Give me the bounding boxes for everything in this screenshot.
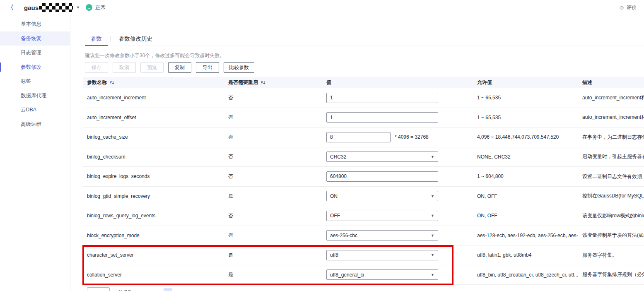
sidebar-item-标签[interactable]: 标签 [0, 74, 70, 89]
restart-required-value: 是 [228, 192, 233, 200]
allowed-values: utf8_bin, utf8_croatian_ci, utf8_czech_c… [477, 272, 578, 278]
allowed-values: 1 ~ 65,535 [477, 95, 501, 101]
column-description: 描述 [582, 79, 592, 86]
export-button[interactable]: 导出 [196, 62, 219, 73]
param-value-select[interactable]: utf8 ▼ [326, 250, 438, 260]
restart-required-value: 否 [228, 212, 233, 219]
param-description: 在事务中，为二进制日志存储SQL语 [582, 134, 644, 141]
allowed-values: NONE, CRC32 [477, 154, 511, 160]
tab-parameter-change-history[interactable]: 参数修改历史 [113, 34, 158, 46]
instance-name: gaus [24, 4, 39, 11]
param-name: block_encryption_mode [87, 233, 140, 238]
param-description: 该变量仅影响row模式的binlog日志 [582, 212, 644, 219]
param-value-select[interactable]: ON ▼ [326, 191, 438, 201]
restart-required-value: 否 [228, 153, 233, 160]
selected-value: utf8_general_ci [330, 272, 364, 278]
table-row: block_encryption_mode 否 aes-256-cbc ▼ ae… [83, 226, 644, 246]
pagination: 总条数： [87, 287, 172, 291]
selected-value: CRC32 [330, 154, 346, 160]
parameter-table: 参数名称 是否需要重启 值 允许值 描述 auto_increment_incr… [83, 77, 644, 285]
selected-value: utf8 [330, 252, 338, 258]
preview-button[interactable]: 预览 [140, 62, 164, 73]
restart-required-value: 是 [228, 271, 233, 278]
param-name: character_set_server [87, 252, 134, 258]
sidebar-item-参数修改[interactable]: 参数修改 [0, 60, 70, 75]
allowed-values: ON, OFF [477, 193, 497, 199]
compare-params-button[interactable]: 比较参数 [224, 62, 254, 73]
param-value-select[interactable]: utf8_general_ci ▼ [326, 269, 438, 280]
status-badge: 正常 [95, 4, 106, 11]
param-name: auto_increment_offset [87, 115, 136, 120]
allowed-values: 1 ~ 604,800 [477, 173, 504, 179]
back-icon[interactable]: 〈 [7, 4, 14, 12]
chevron-down-icon: ▼ [431, 155, 434, 159]
param-name: binlog_checksum [87, 154, 125, 160]
status-running-icon: → [86, 4, 92, 11]
restart-required-value: 是 [228, 252, 233, 259]
param-value-select[interactable]: OFF ▼ [326, 211, 438, 221]
table-row: binlog_rows_query_log_events 否 OFF ▼ ON,… [83, 206, 644, 226]
sort-icon[interactable] [109, 80, 114, 85]
param-name: auto_increment_increment [87, 95, 146, 101]
sidebar-item-高级运维[interactable]: 高级运维 [0, 117, 70, 132]
table-row: auto_increment_increment 否 ▼ 1 ~ 65,535 … [83, 88, 644, 108]
feedback-button[interactable]: ☺ 评价 [619, 4, 637, 11]
param-description: auto_increment_increment和auto [582, 94, 644, 101]
table-row: auto_increment_offset 否 ▼ 1 ~ 65,535 aut… [83, 108, 644, 128]
column-value: 值 [326, 79, 331, 86]
chevron-down-icon: ▼ [431, 253, 434, 257]
column-param-name: 参数名称 [87, 79, 107, 86]
param-description: 该变量控制基于块的算法(如AES)的 [582, 232, 644, 239]
sidebar-item-云DBA[interactable]: 云DBA [0, 103, 70, 117]
table-row: binlog_cache_size 否 ▼ * 4096 = 32768 4,0… [83, 127, 644, 147]
param-value-input[interactable] [326, 132, 391, 142]
sidebar-item-数据库代理[interactable]: 数据库代理 [0, 89, 70, 103]
divider [19, 4, 19, 11]
param-name: binlog_expire_logs_seconds [87, 173, 150, 179]
param-name: binlog_cache_size [87, 134, 128, 140]
chevron-down-icon: ▼ [431, 214, 434, 218]
sidebar-item-基本信息[interactable]: 基本信息 [0, 17, 70, 31]
modification-hint: 建议您一次修改参数小于30个，修改过多可能会导致超时失败。 [85, 52, 224, 59]
page-size-select[interactable] [87, 287, 110, 291]
divider [110, 36, 111, 42]
table-row: binlog_expire_logs_seconds 否 ▼ 1 ~ 604,8… [83, 167, 644, 187]
param-description: 设置二进制日志文件有效期，有效 [582, 173, 644, 180]
toolbar: 保存 取消 预览 复制 导出 比较参数 [85, 62, 254, 73]
tab-bar: 参数 参数修改历史 [85, 34, 644, 46]
sort-icon[interactable] [260, 80, 265, 85]
copy-button[interactable]: 复制 [168, 62, 191, 73]
chevron-down-icon[interactable]: ▼ [76, 5, 80, 10]
restart-required-value: 否 [228, 94, 233, 101]
restart-required-value: 否 [228, 134, 233, 141]
chevron-down-icon: ▼ [431, 194, 434, 198]
table-row: binlog_checksum 否 CRC32 ▼ NONE, CRC32 启动… [83, 147, 644, 167]
param-value-input[interactable] [326, 93, 438, 103]
sidebar-item-备份恢复[interactable]: 备份恢复 [0, 31, 70, 46]
cancel-button[interactable]: 取消 [113, 62, 136, 73]
redacted-instance-name [39, 3, 73, 12]
selected-value: OFF [330, 213, 340, 219]
current-page-button[interactable] [164, 288, 172, 291]
top-bar: 〈 gaus ▼ → 正常 ☺ 评价 [0, 0, 644, 15]
total-count-label: 总条数： [118, 289, 138, 291]
sidebar-item-日志管理[interactable]: 日志管理 [0, 46, 70, 60]
tab-parameters[interactable]: 参数 [85, 34, 108, 46]
sidebar: 基本信息备份恢复日志管理参数修改标签数据库代理云DBA高级运维 [0, 15, 70, 291]
param-value-input[interactable] [326, 112, 438, 123]
param-description: 服务器字符集。 [582, 252, 617, 259]
allowed-values: utf8, latin1, gbk, utf8mb4 [477, 252, 531, 258]
param-name: collation_server [87, 272, 122, 278]
column-allowed-values: 允许值 [477, 79, 492, 86]
param-value-input[interactable] [326, 171, 438, 182]
allowed-values: ON, OFF [477, 213, 497, 219]
chevron-down-icon: ▼ [431, 273, 434, 277]
param-description: auto_increment_increment和auto [582, 114, 644, 121]
param-value-select[interactable]: aes-256-cbc ▼ [326, 230, 438, 240]
param-name: binlog_gtid_simple_recovery [87, 193, 150, 199]
param-value-select[interactable]: CRC32 ▼ [326, 152, 438, 162]
selected-value: aes-256-cbc [330, 233, 357, 238]
table-row: character_set_server 是 utf8 ▼ utf8, lati… [83, 245, 644, 265]
save-button[interactable]: 保存 [85, 62, 108, 73]
table-row: binlog_gtid_simple_recovery 是 ON ▼ ON, O… [83, 187, 644, 207]
